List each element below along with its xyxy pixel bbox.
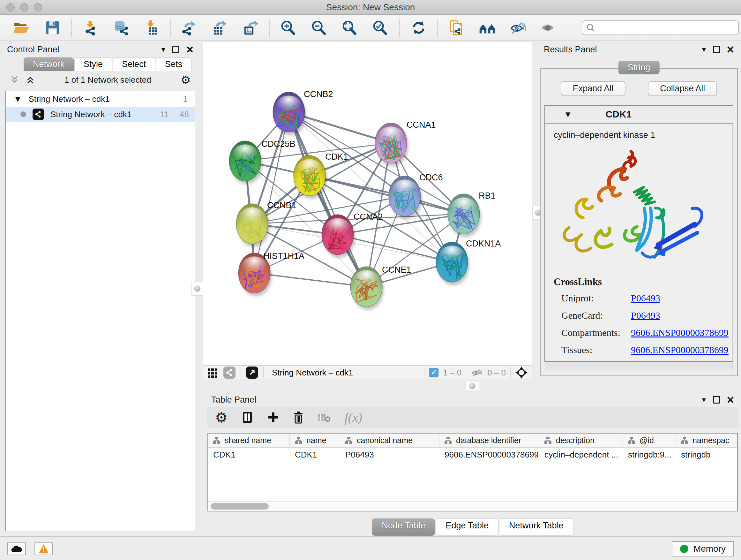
cloud-icon	[10, 545, 23, 553]
memory-label: Memory	[693, 544, 726, 554]
zoom-selected-button[interactable]	[372, 19, 390, 37]
tab-network-table[interactable]: Network Table	[499, 518, 574, 536]
table-cell[interactable]: stringdb	[676, 450, 737, 460]
results-scrollbar[interactable]	[545, 363, 733, 369]
network-options-gear-icon[interactable]: ⚙	[181, 73, 191, 86]
open-session-button[interactable]	[13, 19, 30, 37]
float-panel-icon[interactable]	[172, 46, 179, 53]
collection-expand-icon[interactable]: ▼	[15, 95, 20, 103]
delete-column-trash-icon[interactable]	[293, 411, 304, 424]
selected-checkbox-icon[interactable]: ✓	[429, 368, 439, 377]
tab-select[interactable]: Select	[113, 57, 155, 71]
show-all-button[interactable]	[540, 19, 557, 37]
zoom-out-button[interactable]	[311, 19, 328, 37]
table-cell[interactable]: P06493	[340, 450, 440, 460]
refresh-button[interactable]	[410, 19, 428, 37]
genecard-link[interactable]: P06493	[631, 310, 732, 321]
column-header[interactable]: canonical name	[340, 434, 440, 447]
detach-view-icon[interactable]	[246, 367, 258, 379]
network-node-count: 11	[160, 110, 169, 119]
tissues-link[interactable]: 9606.ENSP00000378699	[631, 345, 732, 355]
collapse-all-icon[interactable]	[10, 75, 19, 84]
network-edge-count: 48	[180, 110, 189, 119]
network-view-toolbar: String Network – cdk1 ✓ 1 – 0 0 – 0	[203, 365, 532, 380]
node-result-header[interactable]: ▼ CDK1	[545, 106, 733, 124]
panel-menu-caret-icon[interactable]: ▾	[702, 45, 706, 54]
export-table-button[interactable]	[211, 19, 229, 37]
column-header[interactable]: namespac	[676, 434, 737, 447]
collapse-entry-icon[interactable]: ▼	[565, 111, 570, 118]
bottom-splitter-handle[interactable]	[465, 382, 479, 390]
import-network-from-database-button[interactable]	[112, 19, 130, 37]
tab-node-table[interactable]: Node Table	[372, 518, 435, 536]
left-splitter-handle[interactable]	[192, 282, 203, 296]
memory-button[interactable]: Memory	[672, 541, 734, 557]
network-share-icon[interactable]	[223, 367, 235, 379]
table-cell[interactable]: CDK1	[290, 450, 340, 460]
close-panel-icon[interactable]: ×	[727, 46, 734, 53]
control-panel-tabs: Network Style Select Sets	[23, 57, 198, 71]
column-label: namespac	[692, 436, 729, 445]
tab-network[interactable]: Network	[23, 57, 74, 71]
collapse-all-button[interactable]: Collapse All	[648, 81, 717, 96]
close-panel-icon[interactable]: ×	[727, 396, 734, 403]
main-toolbar: ?	[0, 15, 741, 41]
export-table-icon	[212, 20, 229, 36]
table-cell[interactable]: stringdb:9...	[623, 450, 676, 460]
save-session-button[interactable]	[44, 19, 61, 37]
tab-style[interactable]: Style	[74, 57, 112, 71]
network-row-selected[interactable]: String Network – cdk1 11 48	[6, 107, 195, 122]
table-row[interactable]: CDK1CDK1P064939606.ENSP00000378699cyclin…	[208, 448, 737, 462]
table-options-gear-icon[interactable]: ⚙	[215, 409, 227, 426]
birdseye-grid-icon[interactable]	[207, 367, 218, 378]
show-columns-icon[interactable]	[241, 411, 254, 424]
column-header[interactable]: database identifier	[440, 434, 539, 447]
panel-menu-caret-icon[interactable]: ▾	[161, 45, 165, 54]
crosshair-icon[interactable]	[515, 366, 528, 379]
export-image-button[interactable]	[242, 19, 260, 37]
collection-count: 1	[183, 94, 195, 104]
first-neighbors-button[interactable]	[478, 19, 496, 37]
cloud-status-button[interactable]	[7, 543, 26, 555]
new-network-from-selection-button[interactable]	[448, 19, 466, 37]
search-input[interactable]	[582, 20, 739, 35]
column-header[interactable]: name	[290, 434, 340, 447]
delete-table-icon[interactable]	[318, 412, 331, 423]
import-table-button[interactable]	[143, 19, 160, 37]
tab-sets[interactable]: Sets	[156, 57, 192, 71]
export-network-button[interactable]	[181, 19, 199, 37]
close-panel-icon[interactable]: ×	[186, 46, 193, 53]
float-panel-icon[interactable]	[713, 396, 720, 403]
expand-all-button[interactable]: Expand All	[561, 81, 626, 96]
panel-menu-caret-icon[interactable]: ▾	[702, 395, 706, 404]
warnings-button[interactable]	[35, 543, 53, 555]
table-horizontal-scrollbar[interactable]	[208, 501, 737, 511]
table-cell[interactable]: cyclin–dependent ...	[539, 450, 623, 460]
import-network-button[interactable]	[81, 19, 99, 37]
zoom-fit-button[interactable]	[341, 19, 359, 37]
expand-all-icon[interactable]	[25, 75, 35, 84]
column-label: database identifier	[456, 436, 521, 445]
zoom-in-icon	[280, 20, 297, 36]
hidden-eye-slash-icon[interactable]	[471, 368, 483, 377]
table-cell[interactable]: 9606.ENSP00000378699	[440, 450, 539, 460]
tab-edge-table[interactable]: Edge Table	[435, 518, 498, 536]
network-collection-row[interactable]: ▼ String Network – cdk1 1	[6, 91, 195, 107]
table-cell[interactable]: CDK1	[208, 450, 290, 460]
hide-selected-button[interactable]	[509, 19, 527, 37]
column-header[interactable]: shared name	[208, 434, 290, 447]
tab-string[interactable]: String	[618, 61, 660, 74]
compartments-link[interactable]: 9606.ENSP00000378699	[631, 327, 732, 338]
column-label: @id	[639, 436, 654, 445]
zoom-in-button[interactable]	[280, 19, 298, 37]
column-header[interactable]: description	[539, 434, 623, 447]
table-panel: Table Panel ▾ × ⚙ f(x)	[207, 393, 738, 536]
svg-text:CDC25B: CDC25B	[261, 139, 295, 149]
float-panel-icon[interactable]	[713, 46, 720, 53]
scrollbar-thumb[interactable]	[211, 503, 269, 509]
network-canvas[interactable]: CCNB2CCNA1CDC25BCDK1CDC6RB1CCNB1CCNA2CDK…	[203, 42, 532, 365]
column-header[interactable]: @id	[623, 434, 676, 447]
create-column-plus-icon[interactable]	[267, 411, 279, 423]
uniprot-link[interactable]: P06493	[631, 293, 732, 304]
table-toolbar: ⚙ f(x)	[207, 407, 738, 428]
